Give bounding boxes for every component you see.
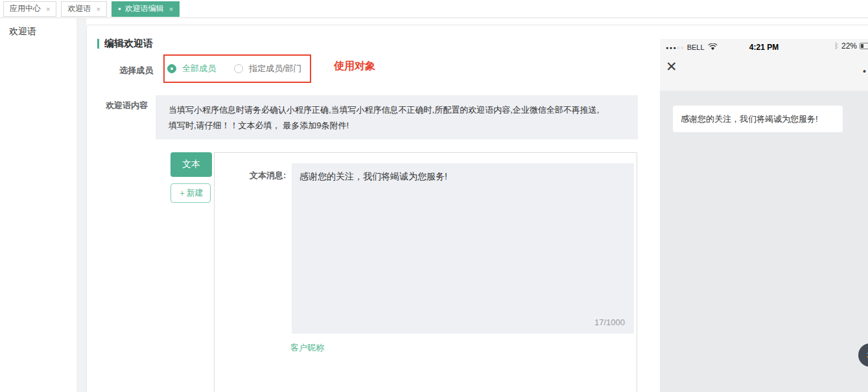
annotation-text: 使用对象 [334, 60, 375, 73]
signal-strength-icon: ●●●○○ [666, 45, 685, 50]
member-select-label: 选择成员 [119, 65, 153, 76]
close-icon[interactable]: × [46, 5, 50, 13]
active-dot-icon: ● [118, 6, 121, 12]
clock-label: 4:21 PM [749, 43, 779, 52]
radio-all-members[interactable] [167, 64, 176, 73]
tab-label: 欢迎语编辑 [125, 3, 164, 14]
customer-nickname-link[interactable]: 客户昵称 [290, 342, 324, 354]
battery-percent-label: 22% [841, 41, 857, 51]
wifi-icon [708, 41, 718, 53]
tab-bar: 应用中心 × 欢迎语 × ● 欢迎语编辑 × [0, 0, 868, 18]
preview-message-bubble: 感谢您的关注，我们将竭诚为您服务! [673, 106, 843, 132]
battery-icon [860, 43, 868, 49]
notice-box: 当填写小程序信息时请务必确认小程序正确,当填写小程序信息不正确时,所配置的欢迎语… [156, 95, 638, 139]
bluetooth-icon: ᛒ [834, 41, 839, 51]
text-tab-button[interactable]: 文本 [170, 152, 212, 177]
text-message-label: 文本消息: [250, 170, 286, 181]
notice-line-1: 当填写小程序信息时请务必确认小程序正确,当填写小程序信息不正确时,所配置的欢迎语… [169, 102, 625, 118]
tab-welcome-edit[interactable]: ● 欢迎语编辑 × [111, 1, 180, 17]
char-counter: 17/1000 [594, 317, 625, 327]
radio-all-members-label[interactable]: 全部成员 [182, 63, 216, 75]
phone-more-icon: • [863, 66, 866, 76]
sidebar-item-welcome[interactable]: 欢迎语 [9, 26, 36, 38]
tab-label: 应用中心 [10, 3, 41, 14]
phone-preview-header: ●●●○○ BELL 4:21 PM ᛒ 22% ✕ • [660, 39, 868, 91]
message-textarea[interactable]: 感谢您的关注，我们将竭诚为您服务! [292, 163, 634, 334]
close-icon[interactable]: × [169, 5, 173, 13]
close-icon[interactable]: × [96, 5, 100, 13]
content-label: 欢迎语内容 [106, 100, 148, 111]
tab-app-center[interactable]: 应用中心 × [3, 1, 56, 17]
phone-chat-area: 感谢您的关注，我们将竭诚为您服务! [660, 91, 868, 392]
tab-welcome[interactable]: 欢迎语 × [61, 1, 106, 17]
member-radio-group: 全部成员 指定成员/部门 [167, 62, 302, 76]
message-textarea-wrap: 感谢您的关注，我们将竭诚为您服务! 17/1000 [292, 163, 634, 334]
tab-label: 欢迎语 [67, 3, 91, 14]
carrier-label: BELL [687, 43, 705, 51]
layout-gutter [76, 18, 86, 392]
notice-line-2: 填写时,请仔细！！文本必填， 最多添加9条附件! [169, 118, 625, 133]
phone-status-bar: ●●●○○ BELL 4:21 PM ᛒ 22% [660, 39, 868, 56]
section-title: 编辑欢迎语 [97, 38, 153, 50]
section-accent-bar [97, 39, 99, 49]
add-new-button[interactable]: ＋新建 [170, 183, 211, 203]
section-title-text: 编辑欢迎语 [104, 38, 153, 50]
radio-specified-members[interactable] [234, 64, 243, 73]
status-right-group: ᛒ 22% [834, 41, 868, 51]
radio-specified-members-label[interactable]: 指定成员/部门 [249, 63, 302, 75]
phone-close-icon: ✕ [666, 60, 677, 73]
